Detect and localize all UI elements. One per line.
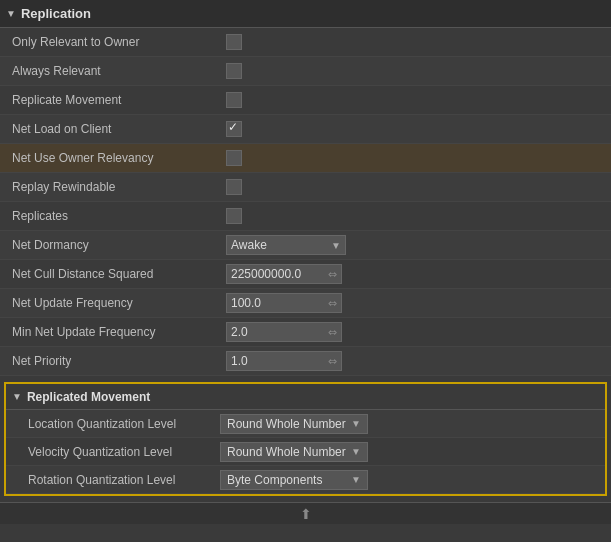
net-cull-value: 225000000.0 ⇔ [222,264,611,284]
prop-net-cull-distance: Net Cull Distance Squared 225000000.0 ⇔ [0,260,611,289]
net-cull-number: 225000000.0 [231,267,301,281]
replicated-movement-section: ▼ Replicated Movement Location Quantizat… [4,382,607,496]
replication-panel: ▼ Replication Only Relevant to Owner Alw… [0,0,611,542]
net-priority-drag-handle-icon[interactable]: ⇔ [328,355,337,368]
net-priority-input[interactable]: 1.0 ⇔ [226,351,342,371]
prop-location-quantization: Location Quantization Level Round Whole … [6,410,605,438]
always-relevant-value [222,63,611,79]
replicate-movement-checkbox[interactable] [226,92,242,108]
net-cull-drag-handle-icon[interactable]: ⇔ [328,268,337,281]
prop-velocity-quantization: Velocity Quantization Level Round Whole … [6,438,605,466]
only-relevant-checkbox[interactable] [226,34,242,50]
net-use-owner-label: Net Use Owner Relevancy [0,151,222,165]
min-net-update-freq-label: Min Net Update Frequency [0,325,222,339]
min-net-update-drag-handle-icon[interactable]: ⇔ [328,326,337,339]
prop-min-net-update-frequency: Min Net Update Frequency 2.0 ⇔ [0,318,611,347]
net-update-freq-value: 100.0 ⇔ [222,293,611,313]
rotation-quant-value: Byte Components ▼ [216,470,605,490]
prop-replay-rewindable: Replay Rewindable [0,173,611,202]
properties-list: Only Relevant to Owner Always Relevant R… [0,28,611,376]
min-net-update-freq-number: 2.0 [231,325,248,339]
replicated-movement-header: ▼ Replicated Movement [6,384,605,410]
bottom-bar: ⬆ [0,502,611,524]
replay-rewindable-label: Replay Rewindable [0,180,222,194]
prop-replicates: Replicates [0,202,611,231]
collapse-arrow-icon[interactable]: ▼ [6,8,16,19]
net-use-owner-checkbox[interactable] [226,150,242,166]
net-dormancy-dropdown-value: Awake [231,238,267,252]
min-net-update-freq-input[interactable]: 2.0 ⇔ [226,322,342,342]
rotation-quant-label: Rotation Quantization Level [6,473,216,487]
location-quant-value: Round Whole Number ▼ [216,414,605,434]
velocity-quant-dropdown-text: Round Whole Number [227,445,346,459]
prop-net-use-owner-relevancy: Net Use Owner Relevancy [0,144,611,173]
replication-section-header: ▼ Replication [0,0,611,28]
replay-rewindable-checkbox[interactable] [226,179,242,195]
net-dormancy-dropdown-arrow-icon: ▼ [331,240,341,251]
prop-net-update-frequency: Net Update Frequency 100.0 ⇔ [0,289,611,318]
scroll-up-icon[interactable]: ⬆ [300,506,312,522]
section-title: Replication [21,6,91,21]
rotation-quant-dropdown[interactable]: Byte Components ▼ [220,470,368,490]
net-update-freq-drag-handle-icon[interactable]: ⇔ [328,297,337,310]
location-quant-dropdown-arrow-icon: ▼ [351,418,361,429]
net-priority-label: Net Priority [0,354,222,368]
rotation-quant-dropdown-text: Byte Components [227,473,322,487]
net-update-freq-input[interactable]: 100.0 ⇔ [226,293,342,313]
prop-only-relevant-to-owner: Only Relevant to Owner [0,28,611,57]
velocity-quant-value: Round Whole Number ▼ [216,442,605,462]
net-load-value [222,121,611,137]
prop-net-priority: Net Priority 1.0 ⇔ [0,347,611,376]
prop-always-relevant: Always Relevant [0,57,611,86]
prop-rotation-quantization: Rotation Quantization Level Byte Compone… [6,466,605,494]
rotation-quant-dropdown-arrow-icon: ▼ [351,474,361,485]
prop-replicate-movement: Replicate Movement [0,86,611,115]
velocity-quant-dropdown-arrow-icon: ▼ [351,446,361,457]
net-update-freq-label: Net Update Frequency [0,296,222,310]
always-relevant-label: Always Relevant [0,64,222,78]
location-quant-dropdown-text: Round Whole Number [227,417,346,431]
location-quant-dropdown[interactable]: Round Whole Number ▼ [220,414,368,434]
only-relevant-value [222,34,611,50]
always-relevant-checkbox[interactable] [226,63,242,79]
net-cull-input[interactable]: 225000000.0 ⇔ [226,264,342,284]
velocity-quant-label: Velocity Quantization Level [6,445,216,459]
replicate-movement-value [222,92,611,108]
replicated-movement-collapse-icon[interactable]: ▼ [12,391,22,402]
net-priority-number: 1.0 [231,354,248,368]
net-dormancy-value: Awake ▼ [222,235,611,255]
net-priority-value: 1.0 ⇔ [222,351,611,371]
replay-rewindable-value [222,179,611,195]
min-net-update-freq-value: 2.0 ⇔ [222,322,611,342]
location-quant-label: Location Quantization Level [6,417,216,431]
net-load-checkbox[interactable] [226,121,242,137]
net-dormancy-dropdown[interactable]: Awake ▼ [226,235,346,255]
prop-net-load-on-client: Net Load on Client [0,115,611,144]
net-dormancy-label: Net Dormancy [0,238,222,252]
net-cull-label: Net Cull Distance Squared [0,267,222,281]
velocity-quant-dropdown[interactable]: Round Whole Number ▼ [220,442,368,462]
net-update-freq-number: 100.0 [231,296,261,310]
prop-net-dormancy: Net Dormancy Awake ▼ [0,231,611,260]
net-load-label: Net Load on Client [0,122,222,136]
replicates-value [222,208,611,224]
replicated-movement-title: Replicated Movement [27,390,150,404]
only-relevant-label: Only Relevant to Owner [0,35,222,49]
net-use-owner-value [222,150,611,166]
replicate-movement-label: Replicate Movement [0,93,222,107]
replicates-checkbox[interactable] [226,208,242,224]
replicates-label: Replicates [0,209,222,223]
